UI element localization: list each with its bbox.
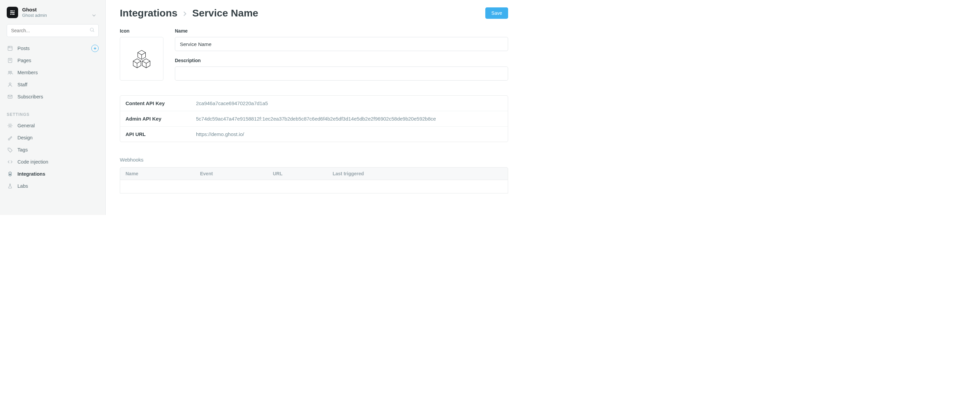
svg-point-17 [9, 124, 11, 126]
webhooks-table-body [120, 180, 508, 193]
svg-rect-4 [12, 14, 14, 14]
svg-point-15 [9, 83, 11, 84]
api-key-label: API URL [126, 131, 196, 137]
sidebar-item-integrations[interactable]: Integrations [0, 168, 105, 180]
integration-icon-uploader[interactable] [120, 37, 164, 81]
nav-settings: General Design Tags Code injection Integ… [0, 119, 105, 192]
sidebar-item-code-injection[interactable]: Code injection [0, 156, 105, 168]
svg-rect-0 [10, 10, 13, 11]
tag-icon [7, 147, 13, 153]
svg-rect-7 [8, 46, 13, 51]
sidebar-item-label: Subscribers [18, 94, 43, 99]
col-event: Event [200, 171, 273, 176]
breadcrumb: Integrations Service Name [120, 7, 258, 19]
sidebar: Ghost Ghost admin Posts + Pages Members [0, 0, 106, 215]
breadcrumb-root[interactable]: Integrations [120, 7, 178, 19]
pages-icon [7, 57, 13, 64]
main-content: Integrations Service Name Save Icon [106, 0, 522, 215]
sidebar-item-tags[interactable]: Tags [0, 144, 105, 156]
svg-rect-2 [10, 12, 14, 13]
col-name: Name [126, 171, 200, 176]
ghost-logo-icon [7, 7, 18, 18]
icon-label: Icon [120, 28, 164, 33]
api-row-api-url[interactable]: API URL https://demo.ghost.io/ [120, 127, 508, 142]
add-post-button[interactable]: + [91, 45, 99, 52]
api-key-value: 5c74dc59ac47a47e9158812f:1ec2ea37b2deb5c… [196, 116, 436, 121]
webhooks-title: Webhooks [120, 157, 508, 162]
chevron-down-icon[interactable] [92, 13, 96, 19]
svg-point-14 [10, 71, 12, 73]
svg-rect-16 [8, 96, 13, 99]
col-url: URL [273, 171, 332, 176]
api-key-label: Content API Key [126, 100, 196, 106]
posts-icon [7, 45, 13, 52]
sidebar-item-label: Members [18, 70, 38, 75]
sidebar-item-label: Staff [18, 82, 27, 87]
webhooks-table-header: Name Event URL Last triggered [120, 167, 508, 180]
webhooks-section: Webhooks Name Event URL Last triggered [120, 157, 508, 193]
save-button[interactable]: Save [485, 7, 508, 19]
search-input[interactable] [7, 24, 99, 37]
sidebar-item-label: General [18, 123, 35, 128]
sidebar-item-pages[interactable]: Pages [0, 54, 105, 67]
sidebar-item-label: Labs [18, 183, 28, 189]
svg-rect-3 [10, 14, 11, 14]
api-key-label: Admin API Key [126, 116, 196, 121]
sidebar-item-label: Pages [18, 58, 31, 63]
description-label: Description [175, 58, 508, 63]
brand-subtitle: Ghost admin [22, 13, 47, 18]
sidebar-item-subscribers[interactable]: Subscribers [0, 91, 105, 103]
api-row-content-key[interactable]: Content API Key 2ca946a7cace69470220a7d1… [120, 96, 508, 111]
brush-icon [7, 134, 13, 141]
sidebar-item-general[interactable]: General [0, 119, 105, 132]
api-key-value: https://demo.ghost.io/ [196, 131, 244, 137]
api-keys-card: Content API Key 2ca946a7cace69470220a7d1… [120, 96, 508, 142]
svg-point-18 [9, 148, 10, 149]
mail-icon [7, 93, 13, 100]
sidebar-item-label: Design [18, 135, 33, 140]
sidebar-item-members[interactable]: Members [0, 67, 105, 79]
members-icon [7, 69, 13, 76]
boxes-icon [131, 48, 152, 69]
svg-point-13 [8, 71, 10, 73]
chevron-right-icon [182, 7, 188, 19]
breadcrumb-current: Service Name [192, 7, 258, 19]
brand-name: Ghost [22, 7, 47, 13]
name-label: Name [175, 28, 508, 33]
sidebar-item-label: Tags [18, 147, 28, 153]
integrations-icon [7, 170, 13, 177]
settings-group-label: SETTINGS [0, 103, 105, 119]
brand-block[interactable]: Ghost Ghost admin [0, 7, 105, 24]
sidebar-item-label: Integrations [18, 171, 45, 177]
sidebar-item-staff[interactable]: Staff [0, 79, 105, 91]
staff-icon [7, 81, 13, 88]
sidebar-item-design[interactable]: Design [0, 132, 105, 144]
nav-main: Posts + Pages Members Staff Subscribers [0, 42, 105, 103]
sidebar-item-posts[interactable]: Posts + [0, 42, 105, 54]
sidebar-item-label: Code injection [18, 159, 48, 164]
api-key-value: 2ca946a7cace69470220a7d1a5 [196, 100, 268, 106]
sidebar-item-labs[interactable]: Labs [0, 180, 105, 192]
flask-icon [7, 183, 13, 190]
col-last: Last triggered [332, 171, 503, 176]
code-icon [7, 159, 13, 165]
gear-icon [7, 122, 13, 129]
svg-rect-1 [13, 10, 14, 11]
name-input[interactable] [175, 37, 508, 51]
description-input[interactable] [175, 67, 508, 81]
sidebar-item-label: Posts [18, 46, 30, 51]
api-row-admin-key[interactable]: Admin API Key 5c74dc59ac47a47e9158812f:1… [120, 111, 508, 127]
